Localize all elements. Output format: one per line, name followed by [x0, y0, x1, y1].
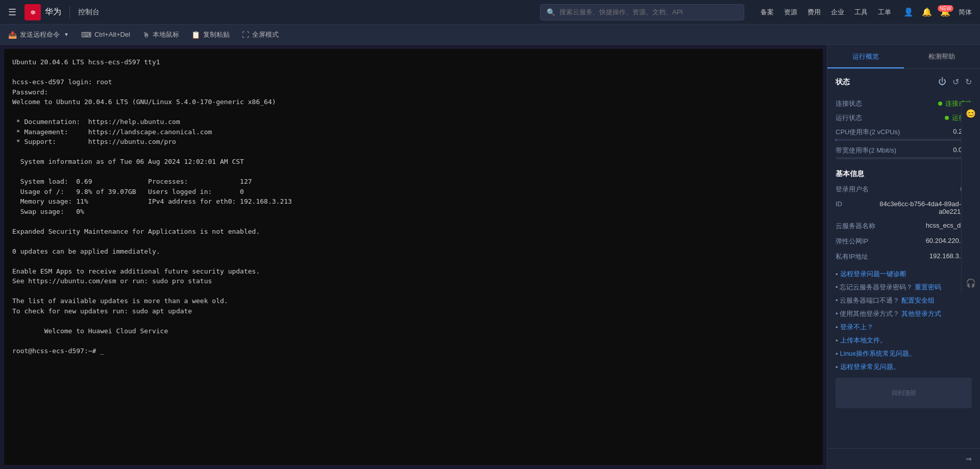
toolbar-local-mouse-label: 本地鼠标 [153, 30, 179, 39]
cpu-usage-header: CPU使用率(2 vCPUs) 0.21% [836, 128, 972, 137]
link-diagnose-prefix: • [836, 270, 838, 278]
cpu-progress-fill [836, 139, 836, 141]
cpu-usage-section: CPU使用率(2 vCPUs) 0.21% [836, 128, 972, 141]
link-upload-anchor[interactable]: 上传本地文件。 [840, 336, 887, 345]
terminal-content: Ubuntu 20.04.6 LTS hcss-ecs-d597 tty1 hc… [12, 57, 815, 356]
search-bar[interactable]: 🔍 [540, 4, 744, 20]
huawei-logo: 华 [24, 4, 41, 20]
link-reset-prefix: • 忘记云服务器登录密码？ [836, 283, 913, 292]
link-diagnose: • 远程登录问题一键诊断 [836, 269, 972, 279]
link-other-login-anchor[interactable]: 其他登录方式 [901, 309, 941, 318]
power-icon[interactable]: ⏻ [938, 77, 946, 87]
tab-detect-help[interactable]: 检测帮助 [904, 45, 981, 68]
link-remote-prefix: • [836, 363, 838, 371]
run-status-row: 运行状态 运行中 [836, 113, 972, 122]
link-other-prefix: • 使用其他登录方式？ [836, 309, 899, 318]
toolbar-clipboard[interactable]: 📋 复制粘贴 [191, 30, 230, 39]
basic-info-section: 基本信息 登录用户名 root ID 84c3e6cc-b756-4da4-89… [836, 169, 972, 261]
user-icon[interactable]: 👤 [903, 7, 914, 17]
cpu-usage-label: CPU使用率(2 vCPUs) [836, 128, 900, 137]
dropdown-arrow: ▼ [64, 32, 69, 37]
lang-selector[interactable]: 简体 [959, 8, 972, 17]
info-server-name-row: 云服务器名称 hcss_ecs_d597 [836, 221, 972, 231]
panel-tabs: 运行概览 检测帮助 [827, 45, 980, 69]
bandwidth-progress-bg [836, 157, 972, 159]
link-remote-faq: • 远程登录常见问题。 [836, 362, 972, 372]
info-id-value: 84c3e6cc-b756-4da4-89ad-c56a0e2211d9 [876, 200, 972, 215]
menu-icon[interactable]: ☰ [8, 7, 16, 18]
keyboard-icon: ⌨ [81, 31, 91, 39]
link-linux-prefix: • [836, 350, 838, 358]
tab-run-overview[interactable]: 运行概览 [827, 45, 904, 68]
new-badge-icon[interactable]: 🔔 NEW [940, 7, 950, 17]
badge-new: NEW [938, 5, 953, 12]
toolbar-send-command-label: 发送远程命令 [20, 30, 60, 39]
right-edge-panel: 😊 🎧 [961, 102, 980, 294]
link-linux-faq: • Linux操作系统常见问题。 [836, 349, 972, 358]
basic-info-title: 基本信息 [836, 169, 972, 179]
link-login-fail-anchor[interactable]: 登录不上？ [840, 323, 873, 332]
edge-headset-icon[interactable]: 🎧 [964, 276, 978, 290]
reload-icon[interactable]: ↻ [965, 77, 972, 87]
info-username-label: 登录用户名 [836, 185, 876, 194]
link-reset-pwd-anchor[interactable]: 重置密码 [915, 283, 941, 292]
toolbar-clipboard-label: 复制粘贴 [203, 30, 230, 39]
toolbar-ctrl-alt-del-label: Ctrl+Alt+Del [94, 31, 130, 38]
link-upload: • 上传本地文件。 [836, 336, 972, 345]
toolbar-fullscreen[interactable]: ⛶ 全屏模式 [242, 30, 279, 39]
send-command-icon: 📤 [8, 31, 17, 39]
link-linux-faq-anchor[interactable]: Linux操作系统常见问题。 [840, 349, 916, 358]
link-diagnose-anchor[interactable]: 远程登录问题一键诊断 [840, 269, 906, 279]
cpu-progress-bg [836, 139, 972, 141]
bandwidth-usage-section: 带宽使用率(2 Mbit/s) 0.00% [836, 146, 972, 159]
nav-qiye[interactable]: 企业 [831, 8, 844, 17]
toolbar-local-mouse[interactable]: 🖱 本地鼠标 [142, 30, 179, 39]
terminal[interactable]: Ubuntu 20.04.6 LTS hcss-ecs-d597 tty1 hc… [4, 49, 823, 465]
info-id-label: ID [836, 200, 876, 208]
right-panel: 运行概览 检测帮助 状态 ⏻ ↺ ↻ 连接状态 [827, 45, 980, 469]
nav-divider [69, 6, 70, 18]
connection-status-row: 连接状态 连接成功 [836, 99, 972, 108]
link-reset-pwd: • 忘记云服务器登录密码？ 重置密码 [836, 283, 972, 292]
nav-feiyong[interactable]: 费用 [807, 8, 821, 17]
expand-arrow[interactable]: ⇒ [966, 455, 972, 463]
nav-gongdan[interactable]: 工单 [878, 8, 891, 17]
toolbar-fullscreen-label: 全屏模式 [252, 30, 279, 39]
nav-beian[interactable]: 备案 [761, 8, 774, 17]
info-username-row: 登录用户名 root [836, 185, 972, 194]
nav-actions: 备案 资源 费用 企业 工具 工单 [761, 8, 891, 17]
link-sg-prefix: • 云服务器端口不通？ [836, 296, 899, 305]
status-section: 状态 ⏻ ↺ ↻ 连接状态 连接成功 运行状态 [836, 77, 972, 122]
search-input[interactable] [559, 8, 738, 16]
bandwidth-usage-header: 带宽使用率(2 Mbit/s) 0.00% [836, 146, 972, 155]
top-nav: ☰ 华 华为 控制台 🔍 备案 资源 费用 企业 工具 工单 👤 🔔 🔔 NEW… [0, 0, 980, 24]
bottom-placeholder: 回到顶部 [892, 389, 916, 398]
console-title: 控制台 [78, 8, 100, 17]
main-content: Ubuntu 20.04.6 LTS hcss-ecs-d597 tty1 hc… [0, 45, 980, 469]
link-security-group-anchor[interactable]: 配置安全组 [901, 296, 935, 305]
nav-ziyuan[interactable]: 资源 [784, 8, 797, 17]
link-login-fail: • 登录不上？ [836, 323, 972, 332]
toolbar-send-command[interactable]: 📤 发送远程命令 ▼ [8, 30, 69, 39]
refresh-icon[interactable]: ↺ [952, 77, 959, 87]
panel-bottom: ⇒ [827, 448, 980, 469]
nav-icons: 👤 🔔 🔔 NEW 简体 [903, 7, 972, 17]
status-title: 状态 [836, 78, 850, 87]
link-security-group: • 云服务器端口不通？ 配置安全组 [836, 296, 972, 305]
bottom-section: 回到顶部 [836, 378, 972, 408]
run-dot [945, 116, 949, 120]
clipboard-icon: 📋 [191, 31, 200, 39]
edge-smile-icon[interactable]: 😊 [964, 106, 978, 120]
status-controls: ⏻ ↺ ↻ [938, 77, 972, 87]
bell-icon[interactable]: 🔔 [922, 7, 932, 17]
nav-gongju[interactable]: 工具 [854, 8, 868, 17]
info-server-name-label: 云服务器名称 [836, 221, 876, 231]
mouse-icon: 🖱 [142, 31, 150, 39]
toolbar: 📤 发送远程命令 ▼ ⌨ Ctrl+Alt+Del 🖱 本地鼠标 📋 复制粘贴 … [0, 24, 980, 45]
fullscreen-icon: ⛶ [242, 31, 249, 39]
toolbar-ctrl-alt-del[interactable]: ⌨ Ctrl+Alt+Del [81, 31, 130, 39]
info-private-ip-row: 私有IP地址 192.168.3.213 [836, 252, 972, 261]
help-links-section: • 远程登录问题一键诊断 • 忘记云服务器登录密码？ 重置密码 • 云服务器端口… [836, 269, 972, 372]
link-login-fail-prefix: • [836, 324, 838, 331]
link-remote-faq-anchor[interactable]: 远程登录常见问题。 [840, 362, 900, 372]
